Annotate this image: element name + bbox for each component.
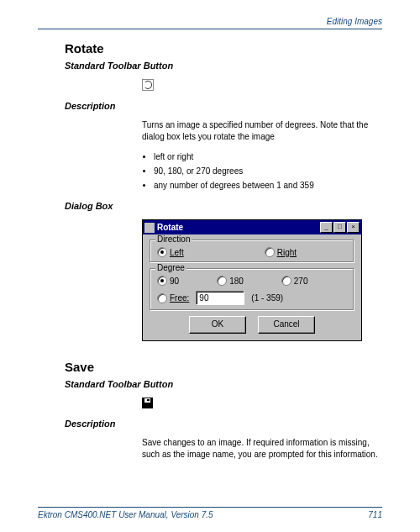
degree-270-label: 270 — [294, 277, 308, 286]
dialog-button-row: OK Cancel — [150, 316, 354, 334]
degree-free-label: Free: — [170, 293, 189, 303]
header-section-name: Editing Images — [327, 17, 382, 26]
rotate-toolbar-heading: Standard Toolbar Button — [38, 61, 382, 71]
save-title: Save — [38, 360, 382, 374]
rotate-description-text: Turns an image a specified number of deg… — [142, 119, 382, 143]
save-icon — [142, 398, 153, 408]
maximize-button[interactable]: □ — [333, 222, 346, 233]
save-toolbar-icon-wrap — [142, 398, 382, 410]
degree-90-label: 90 — [170, 277, 179, 286]
save-toolbar-heading: Standard Toolbar Button — [38, 379, 382, 389]
degree-fixed-row: 90 180 270 — [157, 276, 347, 286]
degree-90-option[interactable]: 90 — [157, 276, 179, 286]
save-description-heading: Description — [38, 419, 382, 429]
footer-manual: Ektron CMS400.NET User Manual, Version 7… — [38, 510, 213, 519]
ok-button[interactable]: OK — [189, 316, 246, 334]
degree-group: Degree 90 180 270 — [150, 268, 354, 311]
dialog-title: Rotate — [157, 223, 319, 232]
direction-right-option[interactable]: Right — [265, 247, 297, 257]
close-button[interactable]: × — [347, 222, 360, 233]
direction-group: Direction Left Right — [150, 240, 354, 263]
footer-page-number: 711 — [368, 510, 382, 519]
degree-range: (1 - 359) — [251, 293, 283, 303]
degree-free-option[interactable]: Free: — [157, 293, 189, 303]
direction-right-label: Right — [277, 248, 297, 257]
degree-180-label: 180 — [229, 277, 244, 286]
dialog-box-heading: Dialog Box — [38, 201, 382, 211]
rotate-dialog-wrap: Rotate _ □ × Direction Left Right — [142, 219, 382, 341]
degree-free-row: Free: 90 (1 - 359) — [157, 291, 347, 305]
dialog-body: Direction Left Right Degree — [143, 234, 361, 340]
direction-left-label: Left — [170, 248, 184, 257]
direction-row: Left Right — [157, 247, 347, 257]
radio-icon — [265, 247, 275, 257]
manual-page: Editing Images Rotate Standard Toolbar B… — [0, 0, 420, 532]
rotate-title: Rotate — [38, 41, 382, 55]
page-footer: Ektron CMS400.NET User Manual, Version 7… — [38, 507, 382, 519]
rotate-dialog: Rotate _ □ × Direction Left Right — [142, 219, 362, 341]
list-item: 90, 180, or 270 degrees — [154, 164, 382, 178]
rotate-icon — [142, 79, 154, 91]
radio-icon — [281, 276, 291, 286]
rotate-toolbar-icon-wrap — [142, 79, 382, 92]
radio-icon — [157, 247, 167, 257]
dialog-system-icon — [144, 223, 155, 233]
minimize-button[interactable]: _ — [320, 222, 333, 233]
degree-180-option[interactable]: 180 — [217, 276, 244, 286]
degree-270-option[interactable]: 270 — [281, 276, 308, 286]
save-description-text: Save changes to an image. If required in… — [142, 437, 382, 461]
rotate-bullets: left or right 90, 180, or 270 degrees an… — [142, 150, 382, 192]
degree-free-input[interactable]: 90 — [196, 291, 244, 305]
radio-icon — [157, 276, 167, 286]
dialog-titlebar[interactable]: Rotate _ □ × — [143, 220, 361, 234]
direction-legend: Direction — [155, 234, 192, 244]
radio-icon — [157, 293, 167, 303]
list-item: any number of degrees between 1 and 359 — [154, 178, 382, 192]
direction-left-option[interactable]: Left — [157, 247, 184, 257]
cancel-button[interactable]: Cancel — [258, 316, 315, 334]
page-header: Editing Images — [38, 17, 382, 29]
radio-icon — [217, 276, 227, 286]
list-item: left or right — [154, 150, 382, 164]
degree-legend: Degree — [155, 263, 186, 272]
rotate-description-heading: Description — [38, 101, 382, 111]
